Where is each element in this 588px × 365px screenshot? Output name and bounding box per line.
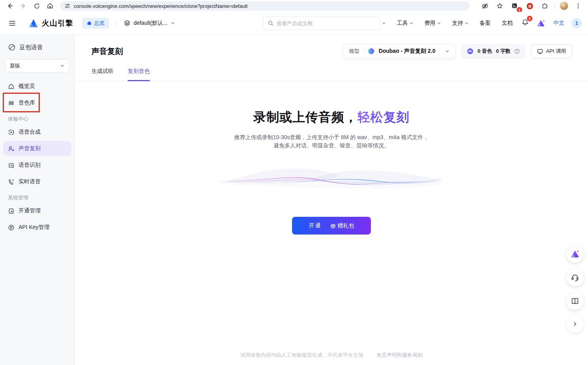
main-header: 声音复刻 模型 Doubao - 声音复刻 2.0 0 音色 0 字数 bbox=[75, 35, 588, 58]
home-icon[interactable] bbox=[45, 1, 55, 11]
account-avatar[interactable]: 1 bbox=[571, 18, 582, 28]
address-bar[interactable]: console.volcengine.com/speech/new/experi… bbox=[60, 1, 470, 11]
search-input[interactable] bbox=[277, 20, 375, 26]
divider bbox=[363, 48, 364, 54]
version-selector[interactable]: 新版 bbox=[5, 59, 70, 73]
chevron-down-icon bbox=[437, 21, 441, 25]
overview-home-icon bbox=[87, 20, 92, 26]
chevron-down-icon bbox=[382, 21, 386, 25]
language-switch[interactable]: 中文 bbox=[553, 20, 564, 27]
chevron-down-icon bbox=[171, 21, 175, 25]
quota-voices: 0 音色 bbox=[478, 48, 492, 55]
notification-badge: 2 bbox=[527, 16, 532, 21]
extensions-puzzle-icon[interactable] bbox=[540, 1, 550, 11]
volcengine-mountain-icon bbox=[28, 19, 39, 28]
fab-documentation[interactable] bbox=[566, 292, 584, 310]
extension-with-badge-icon[interactable]: 1 bbox=[510, 1, 520, 11]
sidebar-item-voice-clone[interactable]: 声音复刻 bbox=[3, 141, 71, 156]
project-selector[interactable]: default(默认... bbox=[124, 20, 175, 27]
chevron-down-icon bbox=[445, 49, 450, 54]
sidebar-item-api-key-management[interactable]: API Key管理 bbox=[3, 220, 71, 235]
quota-wave-icon bbox=[467, 48, 474, 55]
sidebar-item-realtime-voice[interactable]: 实时语音 bbox=[3, 174, 71, 189]
forward-icon[interactable] bbox=[18, 1, 28, 11]
ai-assistant-icon[interactable] bbox=[537, 19, 545, 27]
hero-title-main: 录制或上传音频， bbox=[253, 110, 357, 124]
hero-section: 录制或上传音频，轻松复刻 推荐上传或录制10-30s音频，上传支持小于 8M 的… bbox=[75, 109, 588, 235]
docs-book-icon bbox=[571, 297, 579, 305]
menu-label: 费用 bbox=[424, 20, 435, 27]
notifications-button[interactable]: 2 bbox=[521, 19, 529, 28]
menu-label: 支持 bbox=[452, 20, 463, 27]
tab-generate-preview[interactable]: 生成试听 bbox=[91, 68, 114, 81]
sidebar-item-label: 开通管理 bbox=[19, 207, 41, 214]
quota-pill: 0 音色 0 字数 bbox=[461, 44, 525, 58]
divider bbox=[116, 20, 117, 27]
menu-label: 备案 bbox=[480, 20, 491, 27]
tab-bar: 生成试听 复刻音色 bbox=[75, 68, 588, 81]
overview-button[interactable]: 总览 bbox=[82, 18, 109, 29]
doubao-voice-product-icon bbox=[8, 43, 16, 51]
volcengine-logo[interactable]: 火山引擎 bbox=[28, 18, 73, 28]
hamburger-menu-icon[interactable] bbox=[6, 17, 18, 29]
quota-characters: 0 字数 bbox=[496, 48, 511, 55]
sidebar: 豆包语音 新版 概览页 音色库 体验中心 语音合 bbox=[0, 35, 75, 365]
sidebar-item-label: 语音合成 bbox=[19, 128, 41, 136]
site-controls-icon[interactable] bbox=[65, 3, 70, 9]
browser-toolbar: console.volcengine.com/speech/new/experi… bbox=[0, 0, 588, 12]
chevron-down-icon bbox=[465, 21, 469, 25]
adblock-icon[interactable] bbox=[525, 1, 535, 11]
api-call-label: API 调用 bbox=[546, 48, 566, 55]
menu-filing[interactable]: 备案 bbox=[474, 20, 496, 27]
api-call-button[interactable]: API 调用 bbox=[531, 44, 572, 58]
home-icon bbox=[8, 83, 15, 90]
search-box[interactable] bbox=[263, 17, 380, 30]
sidebar-item-label: 音色库 bbox=[19, 99, 35, 106]
reload-icon[interactable] bbox=[32, 1, 42, 11]
menu-label: 工具 bbox=[397, 20, 408, 27]
logo-text: 火山引擎 bbox=[42, 18, 73, 28]
menu-docs[interactable]: 文档 bbox=[496, 20, 518, 27]
collapse-chevron-icon bbox=[572, 321, 578, 327]
menu-kebab-icon[interactable] bbox=[573, 1, 583, 11]
menu-tools[interactable]: 工具 bbox=[391, 20, 419, 27]
menu-support[interactable]: 支持 bbox=[447, 20, 474, 27]
activate-gift-button[interactable]: 开通 赠礼包 bbox=[292, 217, 371, 235]
sidebar-product-header[interactable]: 豆包语音 bbox=[0, 40, 74, 53]
fab-ai-assistant[interactable] bbox=[566, 245, 584, 263]
sidebar-item-activation-management[interactable]: 开通管理 bbox=[3, 203, 71, 218]
sidebar-item-overview[interactable]: 概览页 bbox=[3, 79, 71, 94]
api-icon bbox=[537, 48, 543, 54]
url-text[interactable]: console.volcengine.com/speech/new/experi… bbox=[74, 3, 247, 9]
tab-clone-voice[interactable]: 复刻音色 bbox=[128, 68, 150, 81]
fab-collapse[interactable] bbox=[566, 315, 584, 333]
footer-terms-link[interactable]: 免责声明和服务规则 bbox=[376, 352, 422, 358]
sidebar-item-speech-synthesis[interactable]: 语音合成 bbox=[3, 125, 71, 140]
sidebar-item-voice-library[interactable]: 音色库 bbox=[3, 95, 71, 110]
back-icon[interactable] bbox=[5, 1, 15, 11]
realtime-voice-icon bbox=[8, 179, 15, 185]
sidebar-item-label: 概览页 bbox=[19, 83, 35, 90]
fab-customer-service[interactable] bbox=[566, 269, 584, 286]
sidebar-item-speech-recognition[interactable]: 语音识别 bbox=[3, 158, 71, 173]
privacy-eye-off-icon[interactable] bbox=[480, 1, 490, 11]
version-value: 新版 bbox=[10, 62, 20, 69]
menu-label: 文档 bbox=[502, 20, 513, 27]
divider bbox=[555, 3, 555, 9]
speech-recognition-icon bbox=[8, 162, 15, 169]
model-selector[interactable]: 模型 Doubao - 声音复刻 2.0 bbox=[343, 44, 456, 58]
bookmark-star-icon[interactable] bbox=[495, 1, 505, 11]
doubao-model-icon bbox=[368, 48, 375, 55]
browser-profile-avatar[interactable] bbox=[560, 2, 568, 10]
voice-clone-icon bbox=[8, 145, 15, 152]
search-icon bbox=[268, 20, 274, 26]
waveform-illustration bbox=[221, 161, 442, 202]
footer-disclaimer: 试用体验内容均由人工智能模型生成，不代表平台立场 bbox=[240, 352, 363, 358]
hero-description: 推荐上传或录制10-30s音频，上传支持小于 8M 的 wav、mp3、m4a … bbox=[75, 133, 588, 150]
api-key-icon bbox=[8, 224, 15, 231]
cta-gift-label: 赠礼包 bbox=[338, 222, 354, 229]
gift-icon bbox=[330, 223, 336, 229]
help-icon[interactable] bbox=[514, 48, 520, 54]
menu-billing[interactable]: 费用 bbox=[419, 20, 447, 27]
topnav-right: 企业 工具 费用 支持 备案 文档 2 bbox=[364, 18, 582, 28]
